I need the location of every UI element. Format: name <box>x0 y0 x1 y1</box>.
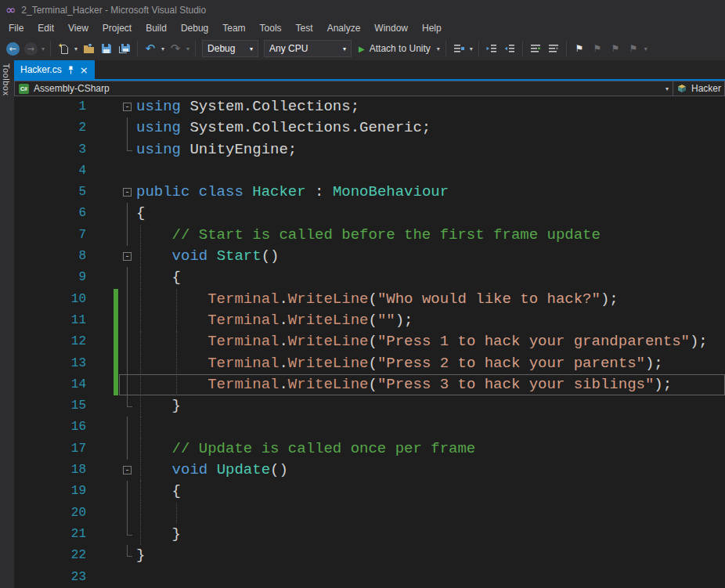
code-text[interactable]: void Update() <box>136 460 725 481</box>
undo-dropdown-caret[interactable]: ▾ <box>160 45 166 52</box>
code-text[interactable]: void Start() <box>136 246 725 267</box>
line-number[interactable]: 20 <box>14 503 88 524</box>
next-bookmark-button[interactable]: ⚑ <box>607 39 624 58</box>
tab-hacker-cs[interactable]: Hacker.cs × <box>14 60 95 79</box>
menu-view[interactable]: View <box>61 20 96 37</box>
code-line[interactable]: 19 { <box>14 481 725 502</box>
code-line[interactable]: 21 } <box>14 524 725 545</box>
code-text[interactable]: // Update is called once per frame <box>136 438 725 460</box>
line-number[interactable]: 2 <box>14 117 88 139</box>
code-text[interactable]: } <box>136 524 725 545</box>
code-text[interactable]: // Start is called before the first fram… <box>136 225 725 246</box>
code-text[interactable]: { <box>136 481 725 502</box>
line-number[interactable]: 16 <box>14 417 88 438</box>
menu-window[interactable]: Window <box>367 20 415 37</box>
line-number[interactable]: 22 <box>14 545 88 566</box>
line-number[interactable]: 1 <box>14 96 88 117</box>
line-number[interactable]: 3 <box>14 139 88 161</box>
line-number[interactable]: 7 <box>14 225 88 246</box>
member-list-dropdown-caret[interactable]: ▾ <box>468 45 474 52</box>
code-text[interactable]: Terminal.WriteLine(""); <box>136 310 725 331</box>
line-number[interactable]: 15 <box>14 395 88 417</box>
decrease-indent-button[interactable] <box>483 39 500 58</box>
menu-team[interactable]: Team <box>215 20 252 37</box>
solution-platform-dropdown[interactable]: Any CPU ▾ <box>264 40 352 57</box>
code-text[interactable]: public class Hacker : MonoBehaviour <box>136 182 725 203</box>
code-text[interactable] <box>136 417 725 438</box>
collapse-region-button[interactable]: - <box>123 466 132 474</box>
comment-out-button[interactable] <box>527 39 544 58</box>
code-line[interactable]: 8- void Start() <box>14 246 725 267</box>
collapse-region-button[interactable]: - <box>123 252 132 261</box>
member-list-button[interactable] <box>450 39 467 58</box>
code-line[interactable]: 3using UnityEngine; <box>14 139 725 161</box>
code-line[interactable]: 2using System.Collections.Generic; <box>14 117 725 139</box>
code-text[interactable]: Terminal.WriteLine("Who would like to ha… <box>136 289 725 310</box>
code-line[interactable]: 20 <box>14 503 725 524</box>
code-line[interactable]: 1-using System.Collections; <box>14 96 725 117</box>
line-number[interactable]: 6 <box>14 203 88 224</box>
code-line[interactable]: 7 // Start is called before the first fr… <box>14 225 725 246</box>
open-file-button[interactable] <box>80 39 97 58</box>
increase-indent-button[interactable] <box>501 39 518 58</box>
line-number[interactable]: 18 <box>14 460 88 481</box>
toolbox-tab[interactable]: Toolbox <box>2 63 11 96</box>
redo-button[interactable]: ↷ <box>167 39 184 58</box>
code-text[interactable]: { <box>136 203 725 224</box>
clear-bookmarks-button[interactable]: ⚑ <box>625 39 642 58</box>
code-line[interactable]: 18- void Update() <box>14 460 725 481</box>
menu-help[interactable]: Help <box>415 20 449 37</box>
menu-edit[interactable]: Edit <box>31 20 61 37</box>
code-text[interactable] <box>136 161 725 182</box>
line-number[interactable]: 17 <box>14 438 88 460</box>
code-text[interactable]: Terminal.WriteLine("Press 3 to hack your… <box>136 374 725 395</box>
code-line[interactable]: 11 Terminal.WriteLine(""); <box>14 310 725 331</box>
attach-dropdown-caret[interactable]: ▾ <box>435 45 442 52</box>
code-text[interactable] <box>136 567 725 588</box>
navigate-backward-button[interactable]: ← <box>4 39 21 58</box>
code-text[interactable]: using UnityEngine; <box>136 139 725 161</box>
code-line[interactable]: 16 <box>14 417 725 438</box>
line-number[interactable]: 21 <box>14 524 88 545</box>
code-line[interactable]: 10 Terminal.WriteLine("Who would like to… <box>14 289 725 310</box>
code-text[interactable]: } <box>136 395 725 417</box>
new-file-button[interactable] <box>55 39 72 58</box>
code-editor[interactable]: 1-using System.Collections;2using System… <box>14 96 725 588</box>
code-line[interactable]: 6{ <box>14 203 725 224</box>
collapse-region-button[interactable]: - <box>123 188 132 197</box>
close-tab-button[interactable]: × <box>80 65 88 75</box>
menu-project[interactable]: Project <box>96 20 139 37</box>
code-line[interactable]: 5-public class Hacker : MonoBehaviour <box>14 182 725 203</box>
line-number[interactable]: 19 <box>14 481 88 502</box>
save-all-button[interactable] <box>116 39 133 58</box>
solution-configuration-dropdown[interactable]: Debug ▾ <box>202 40 258 57</box>
collapse-region-button[interactable]: - <box>123 103 132 111</box>
save-button[interactable] <box>98 39 115 58</box>
menu-build[interactable]: Build <box>139 20 174 37</box>
project-dropdown[interactable]: C# Assembly-CSharp ▾ <box>14 81 673 96</box>
line-number[interactable]: 5 <box>14 182 88 203</box>
previous-bookmark-button[interactable]: ⚑ <box>589 39 606 58</box>
line-number[interactable]: 8 <box>14 246 88 267</box>
code-line[interactable]: 14 Terminal.WriteLine("Press 3 to hack y… <box>14 374 725 395</box>
line-number[interactable]: 9 <box>14 267 88 288</box>
code-line[interactable]: 9 { <box>14 267 725 288</box>
menu-analyze[interactable]: Analyze <box>320 20 368 37</box>
line-number[interactable]: 14 <box>14 374 88 395</box>
code-line[interactable]: 12 Terminal.WriteLine("Press 1 to hack y… <box>14 331 725 352</box>
menu-file[interactable]: File <box>2 20 31 37</box>
code-line[interactable]: 4 <box>14 161 725 182</box>
attach-to-unity-button[interactable]: ▶ Attach to Unity <box>355 39 435 58</box>
menu-debug[interactable]: Debug <box>174 20 215 37</box>
line-number[interactable]: 4 <box>14 161 88 182</box>
code-text[interactable]: } <box>136 545 725 566</box>
menu-test[interactable]: Test <box>289 20 320 37</box>
pin-tab-button[interactable] <box>67 66 74 74</box>
code-line[interactable]: 15 } <box>14 395 725 417</box>
line-number[interactable]: 11 <box>14 310 88 331</box>
line-number[interactable]: 10 <box>14 289 88 310</box>
navigate-dropdown-caret[interactable]: ▾ <box>40 45 46 52</box>
line-number[interactable]: 13 <box>14 353 88 374</box>
new-file-dropdown-caret[interactable]: ▾ <box>73 45 79 52</box>
line-number[interactable]: 23 <box>14 567 88 588</box>
